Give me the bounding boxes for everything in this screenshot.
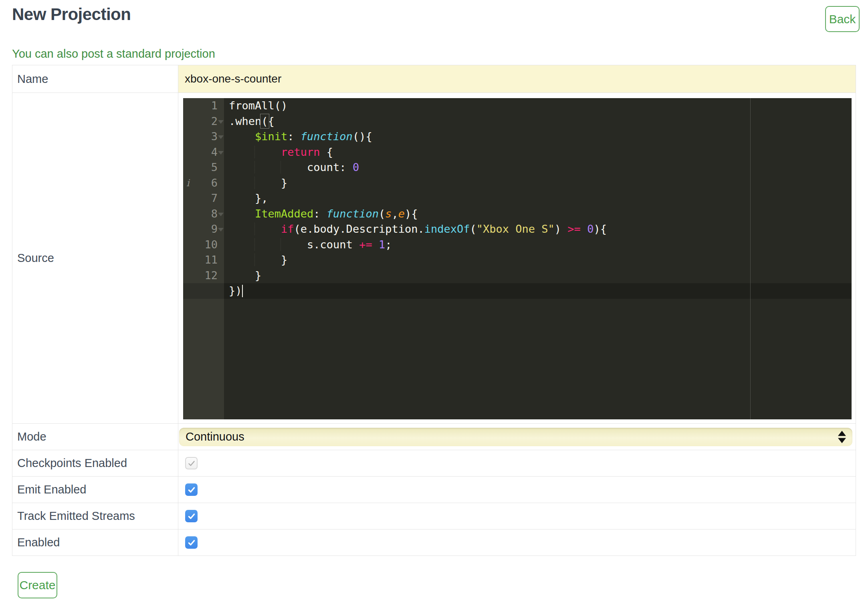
line-number: 10 — [183, 237, 224, 253]
track-cell — [178, 503, 856, 529]
mode-select[interactable]: Continuous — [179, 428, 852, 446]
gutter-line: 4 — [183, 145, 224, 160]
emit-row: Emit Enabled — [12, 476, 856, 503]
checkmark-icon — [187, 485, 196, 494]
checkpoints-row: Checkpoints Enabled — [12, 450, 856, 476]
code-line[interactable]: .when({ — [224, 114, 852, 129]
code-line[interactable]: s.count += 1; — [224, 237, 852, 253]
gutter-line: 5 — [183, 160, 224, 175]
fold-toggle-icon[interactable] — [218, 120, 224, 124]
name-row: Name xbox-one-s-counter — [12, 65, 856, 93]
checkpoints-label: Checkpoints Enabled — [12, 450, 178, 476]
gutter-line: 11 — [183, 252, 224, 268]
emit-enabled-label: Emit Enabled — [12, 477, 178, 503]
fold-toggle-icon[interactable] — [218, 228, 224, 232]
source-label: Source — [12, 93, 178, 423]
editor-code-area[interactable]: fromAll().when({ $init: function(){ retu… — [224, 98, 852, 299]
track-row: Track Emitted Streams — [12, 503, 856, 529]
page-title: New Projection — [12, 5, 131, 24]
fold-toggle-icon[interactable] — [218, 135, 224, 139]
standard-projection-link[interactable]: You can also post a standard projection — [12, 47, 215, 60]
gutter-line: 7 — [183, 191, 224, 206]
code-line[interactable]: if(e.body.Description.indexOf("Xbox One … — [224, 221, 852, 237]
create-button[interactable]: Create — [18, 572, 57, 598]
line-number: 12 — [183, 268, 224, 284]
mode-row: Mode Continuous — [12, 423, 856, 450]
line-number: 5 — [183, 160, 224, 175]
enabled-checkbox[interactable] — [185, 536, 198, 549]
code-line[interactable]: count: 0 — [224, 160, 852, 175]
checkmark-icon — [187, 538, 196, 547]
mode-select-value: Continuous — [186, 430, 244, 443]
emit-cell — [178, 477, 856, 503]
track-emitted-streams-label: Track Emitted Streams — [12, 503, 178, 529]
select-arrows-icon — [838, 431, 846, 443]
code-line[interactable]: $init: function(){ — [224, 129, 852, 145]
name-label: Name — [12, 65, 178, 93]
gutter-line: 1 — [183, 98, 224, 114]
gutter-line: 8 — [183, 206, 224, 222]
gutter-line: 12 — [183, 268, 224, 284]
code-line[interactable]: fromAll() — [224, 98, 852, 114]
track-emitted-streams-checkbox[interactable] — [185, 510, 198, 522]
line-number: 1 — [183, 98, 224, 114]
text-cursor — [242, 285, 243, 297]
checkmark-icon — [187, 512, 196, 521]
editor-gutter: 12345i6789101112i13 — [183, 98, 224, 419]
enabled-label: Enabled — [12, 529, 178, 556]
line-number: 11 — [183, 252, 224, 268]
fold-toggle-icon[interactable] — [218, 213, 224, 216]
emit-enabled-checkbox[interactable] — [185, 483, 198, 496]
code-line[interactable]: return { — [224, 145, 852, 160]
code-line[interactable]: } — [224, 175, 852, 191]
source-cell: 12345i6789101112i13fromAll().when({ $ini… — [178, 93, 856, 423]
enabled-cell — [178, 529, 856, 556]
code-line[interactable]: } — [224, 252, 852, 268]
source-code-editor[interactable]: 12345i6789101112i13fromAll().when({ $ini… — [183, 98, 852, 419]
new-projection-page: New Projection Back You can also post a … — [12, 0, 856, 598]
checkmark-icon — [187, 459, 196, 468]
gutter-line: i6 — [183, 175, 224, 191]
checkpoints-enabled-checkbox — [185, 457, 198, 469]
gutter-line: 9 — [183, 221, 224, 237]
active-line-gutter-highlight — [183, 283, 224, 299]
code-line[interactable]: }) — [224, 283, 852, 299]
enabled-row: Enabled — [12, 529, 856, 556]
line-number: 7 — [183, 191, 224, 206]
gutter-line: 2 — [183, 114, 224, 129]
source-row: Source 12345i6789101112i13fromAll().when… — [12, 93, 856, 423]
mode-label: Mode — [12, 424, 178, 450]
gutter-line: 3 — [183, 129, 224, 145]
fold-toggle-icon[interactable] — [218, 151, 224, 155]
page-header: New Projection Back — [12, 0, 856, 47]
name-input[interactable]: xbox-one-s-counter — [178, 65, 856, 93]
code-line[interactable]: ItemAdded: function(s,e){ — [224, 206, 852, 222]
back-button[interactable]: Back — [825, 6, 860, 32]
mode-cell: Continuous — [178, 424, 856, 450]
code-line[interactable]: }, — [224, 191, 852, 206]
checkpoints-cell — [178, 450, 856, 476]
info-annotation-icon: i — [186, 175, 190, 191]
gutter-line: 10 — [183, 237, 224, 253]
code-line[interactable]: } — [224, 268, 852, 284]
projection-form: Name xbox-one-s-counter Source 12345i678… — [12, 65, 856, 556]
